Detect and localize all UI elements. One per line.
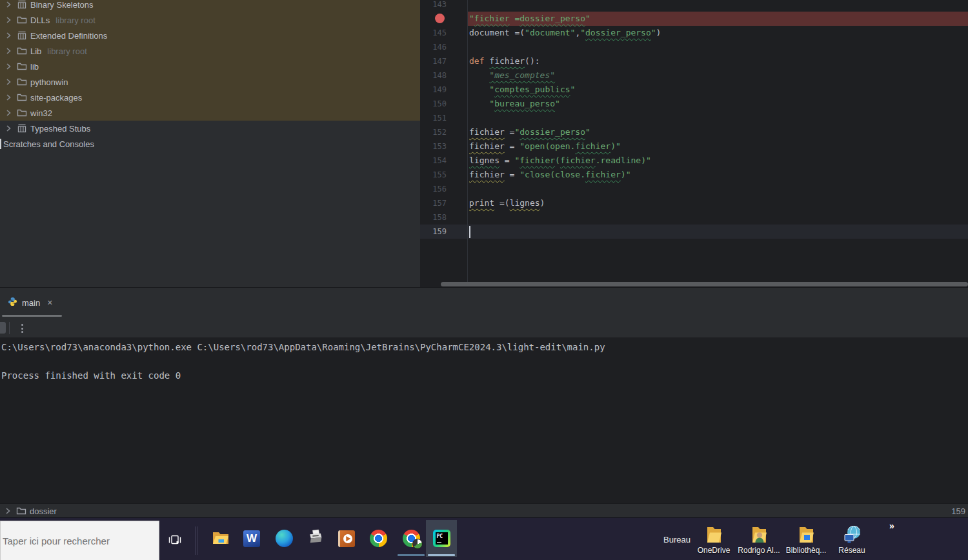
printer-taskbar-button[interactable] [299,520,330,557]
code-token: comptes_publics [494,85,570,94]
desktop-item-r-seau[interactable]: Réseau [829,522,874,559]
taskbar-search[interactable] [0,521,159,560]
desktop-item-rodrigo-al[interactable]: Rodrigo Al... [736,522,781,559]
folder-icon [17,108,27,118]
tree-item-typeshed-stubs[interactable]: Typeshed Stubs [0,121,420,136]
chevron-right-icon [3,123,14,134]
kebab-icon [21,324,23,326]
chrome-profile-taskbar-button[interactable] [396,520,427,557]
code-token: "close(close. [519,170,585,179]
line-number: 150 [420,97,447,111]
code-token: " [469,14,474,23]
tree-item-label: win32 [30,108,52,118]
code-token: print [469,198,494,208]
code-token: (): [525,56,539,66]
word-taskbar-button[interactable]: W [236,520,267,557]
code-token: lignes [510,198,540,208]
line-number: 147 [420,54,447,68]
code-token: )" [610,141,621,151]
code-token [469,99,489,108]
tree-item-binary-skeletons[interactable]: Binary Skeletons [0,0,420,12]
folder-icon [17,61,27,72]
horizontal-scrollbar[interactable] [441,282,968,286]
line-indicator[interactable]: 159 [951,504,965,519]
folder-icon [17,15,27,25]
edge-taskbar-button[interactable] [268,520,299,557]
tree-item-suffix: library root [47,46,86,56]
tree-item-label: Lib [30,46,41,56]
code-token: ( [555,155,560,165]
desktop-item-onedrive[interactable]: OneDrive [691,522,736,559]
code-line-144: "fichier =dossier_perso" [469,12,590,26]
run-console[interactable]: C:\Users\rod73\anaconda3\python.exe C:\U… [0,337,968,503]
code-editor[interactable]: 143"fichier =dossier_perso"145document =… [420,0,968,287]
tree-item-extended-definitions[interactable]: Extended Definitions [0,28,420,43]
code-token: dossier_perso [585,28,651,37]
code-token: def [469,56,489,66]
toolbar-divider [9,322,10,334]
breakpoint-icon[interactable] [435,14,445,23]
code-token: .readline)" [596,155,651,165]
code-token [469,85,489,94]
tree-item-pythonwin[interactable]: pythonwin [0,74,420,90]
edge-icon [276,530,293,547]
folder-icon [17,92,27,103]
status-item-label[interactable]: dossier [30,506,57,516]
more-options-button[interactable] [17,321,27,335]
desktop-item-label: Réseau [838,546,865,555]
close-icon[interactable]: × [47,297,52,308]
tree-item-label: Binary Skeletons [30,0,94,10]
pycharm-icon: PC [433,530,450,547]
onedrive-icon [704,522,723,546]
chevron-right-icon [3,46,14,56]
code-token: = [505,141,519,151]
chrome-taskbar-button[interactable] [363,520,394,557]
code-token: " [585,127,590,137]
toolbar-overflow-chevron[interactable]: » [889,521,894,531]
chevron-right-icon [3,0,14,10]
chevron-right-icon [3,61,14,72]
code-token: fichier [575,141,610,151]
running-indicator [398,554,425,556]
printer-icon [307,528,324,548]
running-indicator [428,554,455,556]
chevron-right-icon[interactable] [3,506,13,516]
line-number: 152 [420,125,447,139]
task-view-button[interactable] [166,532,183,548]
code-token: dossier_perso [519,127,585,137]
run-tool-window: main × C:\Users\rod73\anaconda3\python.e… [0,287,968,517]
tree-item-label: Scratches and Consoles [3,139,94,149]
run-toolbar-partial-button[interactable] [0,322,6,334]
console-command-line: C:\Users\rod73\anaconda3\python.exe C:\U… [1,342,605,352]
media-player-taskbar-button[interactable] [331,520,362,557]
tree-item-dlls[interactable]: DLLslibrary root [0,12,420,28]
pycharm-taskbar-button[interactable]: PC [426,520,457,557]
tree-item-label: site-packages [30,93,82,103]
desktop-item-biblioth-q[interactable]: Bibliothèq... [783,522,829,559]
code-line-145: document =("document","dossier_perso") [469,26,661,40]
line-number: 156 [420,182,447,196]
tree-item-site-packages[interactable]: site-packages [0,90,420,105]
chevron-right-icon [3,108,14,118]
tree-item-win32[interactable]: win32 [0,105,420,121]
line-number: 149 [420,83,447,97]
line-number: 151 [420,111,447,125]
code-line-147: def fichier(): [469,54,540,68]
desktop-item-label: Bibliothèq... [786,546,827,555]
line-number: 143 [420,0,447,12]
tree-item-lib[interactable]: lib [0,59,420,74]
desktop-toolbar-label[interactable]: Bureau [663,518,691,560]
console-exit-message: Process finished with exit code 0 [1,370,181,381]
code-token: ) [540,198,545,208]
run-tab-main[interactable]: main × [8,297,52,308]
file-explorer-taskbar-button[interactable] [205,520,236,557]
search-input[interactable] [1,535,159,547]
tree-item-scratches-and-consoles[interactable]: Scratches and Consoles [0,136,420,152]
tree-item-label: lib [30,62,39,72]
code-token: " [555,99,560,108]
tree-item-lib[interactable]: Liblibrary root [0,43,420,59]
code-token: = [505,170,519,179]
python-icon [8,297,17,308]
code-token: = [505,127,515,137]
code-token: fichier [474,14,510,23]
